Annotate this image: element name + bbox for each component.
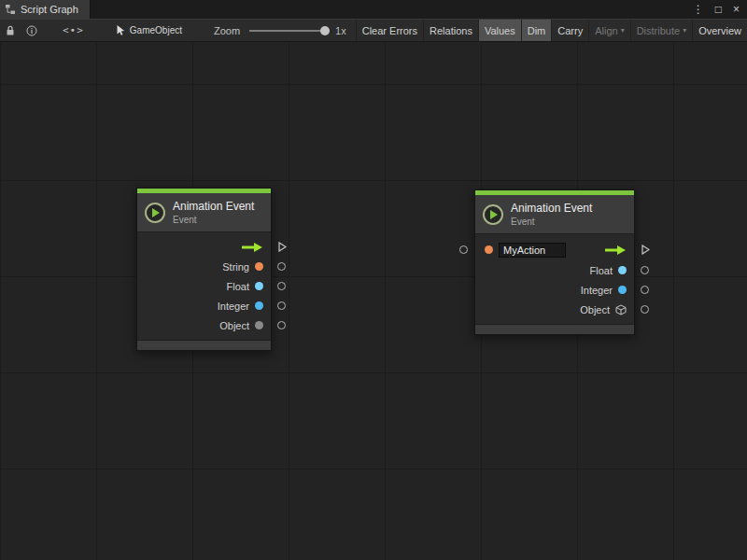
flow-output-row (137, 237, 271, 257)
distribute-label: Distribute (637, 25, 680, 36)
float-type-dot (255, 282, 263, 290)
action-input-field[interactable] (499, 243, 566, 258)
string-type-dot (485, 245, 493, 254)
event-play-icon (145, 203, 165, 223)
zoom-control: Zoom 1x (214, 25, 354, 36)
chevron-down-icon: ▾ (621, 26, 625, 35)
distribute-button[interactable]: Distribute ▾ (630, 20, 692, 41)
output-row-object: Object (475, 300, 634, 319)
tab-title: Script Graph (21, 4, 78, 15)
node-footer (137, 341, 271, 350)
output-label-float: Float (590, 265, 613, 276)
integer-output-port[interactable] (641, 286, 649, 294)
relations-button[interactable]: Relations (423, 20, 478, 41)
output-row-object: Object (137, 315, 271, 335)
node-subtitle: Event (173, 215, 254, 225)
node-header[interactable]: Animation Event Event (137, 193, 271, 231)
node-subtitle: Event (511, 217, 592, 227)
zoom-slider[interactable] (249, 25, 330, 36)
output-label-float: Float (227, 281, 249, 292)
output-label-object: Object (580, 304, 610, 315)
object-output-port[interactable] (641, 305, 649, 314)
integer-output-port[interactable] (277, 301, 286, 310)
output-label-integer: Integer (581, 285, 613, 296)
flow-arrow-icon (604, 245, 627, 256)
node-header[interactable]: Animation Event Event (475, 195, 634, 233)
node-title: Animation Event (173, 200, 254, 213)
graph-toolbar: <∙> GameObject Zoom 1x Clear Errors Rela… (0, 19, 747, 42)
dim-button[interactable]: Dim (521, 20, 552, 41)
output-row-float: Float (475, 260, 634, 280)
toolbar-buttons: Clear Errors Relations Values Dim Carry … (356, 20, 747, 41)
zoom-slider-knob[interactable] (320, 26, 330, 35)
info-button[interactable] (21, 20, 41, 41)
flow-output-port[interactable] (641, 245, 650, 255)
align-button[interactable]: Align ▾ (588, 20, 629, 41)
string-output-port[interactable] (277, 262, 286, 271)
output-label-integer: Integer (218, 301, 249, 312)
node-body: Float Integer Object (475, 233, 634, 325)
gameobject-label: GameObject (130, 25, 182, 35)
align-label: Align (595, 25, 617, 36)
node-title: Animation Event (511, 202, 592, 215)
object-type-dot (255, 321, 263, 329)
flow-arrow-icon (241, 242, 263, 253)
carry-button[interactable]: Carry (551, 20, 588, 41)
script-graph-icon (5, 4, 16, 15)
zoom-slider-track (249, 30, 330, 32)
action-input-port[interactable] (459, 245, 468, 254)
string-type-dot (255, 262, 263, 271)
object-output-port[interactable] (277, 321, 286, 329)
graph-canvas[interactable]: Animation Event Event String Float (0, 43, 747, 560)
animation-event-node-2[interactable]: Animation Event Event Float (474, 189, 635, 335)
tab-script-graph[interactable]: Script Graph (0, 0, 91, 19)
integer-type-dot (255, 301, 263, 310)
flow-output-port[interactable] (278, 242, 287, 252)
window-tab-bar: Script Graph ⋮ □ × (0, 0, 747, 19)
zoom-value: 1x (335, 25, 346, 36)
object-cube-icon (615, 304, 627, 315)
script-graph-window: { "window": { "tab_title": "Script Graph… (0, 0, 747, 560)
float-output-port[interactable] (641, 266, 649, 274)
output-row-integer: Integer (137, 296, 271, 315)
node-body: String Float Integer Object (137, 231, 271, 341)
event-play-icon (483, 204, 503, 225)
window-maximize-button[interactable]: □ (715, 4, 722, 15)
output-label-string: String (222, 261, 249, 273)
output-row-string: String (137, 257, 271, 276)
output-row-float: Float (137, 276, 271, 296)
integer-type-dot (618, 286, 627, 294)
output-row-integer: Integer (475, 280, 634, 300)
float-output-port[interactable] (277, 282, 286, 290)
float-type-dot (618, 266, 627, 274)
overview-button[interactable]: Overview (692, 20, 747, 41)
animation-event-node-1[interactable]: Animation Event Event String Float (136, 188, 272, 351)
action-input-row (475, 239, 634, 260)
values-button[interactable]: Values (478, 20, 521, 41)
output-label-object: Object (219, 320, 249, 331)
cursor-icon (116, 24, 126, 36)
node-footer (475, 325, 634, 334)
gameobject-context[interactable]: GameObject (116, 24, 182, 36)
window-controls: ⋮ □ × (693, 0, 747, 19)
clear-errors-button[interactable]: Clear Errors (356, 20, 423, 41)
window-close-button[interactable]: × (733, 4, 740, 15)
window-menu-button[interactable]: ⋮ (693, 4, 704, 15)
chevron-down-icon: ▾ (683, 26, 686, 35)
zoom-label: Zoom (214, 25, 240, 36)
lock-button[interactable] (0, 20, 21, 41)
edit-graph-icon[interactable]: <∙> (63, 24, 84, 36)
